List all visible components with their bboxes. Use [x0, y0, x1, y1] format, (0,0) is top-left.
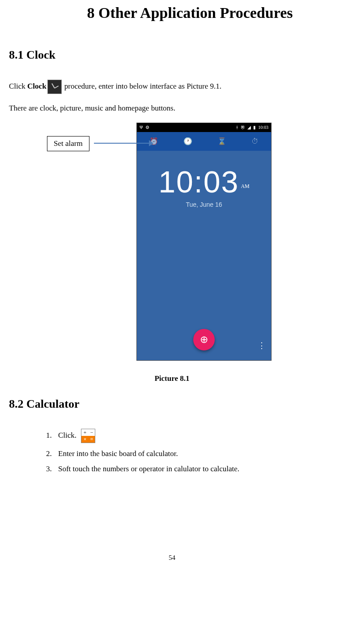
section-title-calculator: 8.2 Calculator [9, 397, 335, 411]
list-item: Soft touch the numbers or operator in ca… [54, 465, 335, 473]
calculator-app-icon: + − × = [81, 429, 95, 443]
callout-set-alarm: Set alarm [47, 136, 89, 151]
usb-icon: Ψ [140, 125, 143, 130]
callout-arrow-icon [149, 140, 153, 146]
tab-timer-icon[interactable]: ⌛ [217, 137, 226, 145]
overflow-menu-icon[interactable]: ⋮ [258, 341, 266, 350]
time-date: Tue, June 16 [137, 201, 271, 208]
status-time: 10:03 [258, 125, 268, 130]
figure-caption: Picture 8.1 [9, 373, 335, 384]
clock-intro-line2: There are clock, picture, music and home… [9, 103, 335, 114]
battery-icon: ▮ [253, 125, 256, 130]
clock-screenshot: Ψ ⚙ ᚼ ⛨ ◢ ▮ 10:03 ⏰ 🕐 ⌛ ⏱ 10:03AM Tue, J… [136, 123, 272, 361]
tab-clock-icon[interactable]: 🕐 [183, 137, 192, 145]
step-text: Click. [58, 431, 76, 439]
tab-stopwatch-icon[interactable]: ⏱ [251, 137, 259, 145]
time-display: 10:03AM Tue, June 16 [137, 164, 271, 208]
callout-connector [94, 143, 150, 144]
bluetooth-icon: ᚼ [236, 125, 238, 130]
world-clock-add-button[interactable]: ⊕ [193, 329, 215, 350]
shield-icon: ⛨ [241, 125, 245, 130]
calculator-steps: Click. + − × = Enter into the basic boar… [54, 429, 335, 473]
clock-intro-line1: Click Clock procedure, enter into below … [9, 80, 335, 94]
clock-bold-word: Clock [27, 82, 47, 90]
status-bar: Ψ ⚙ ᚼ ⛨ ◢ ▮ 10:03 [137, 123, 271, 132]
list-item: Enter into the basic board of calculator… [54, 449, 335, 458]
figure-clock: Set alarm Ψ ⚙ ᚼ ⛨ ◢ ▮ 10:03 ⏰ 🕐 ⌛ ⏱ 10:0… [9, 123, 335, 364]
page-number: 54 [9, 554, 335, 562]
time-main: 10:03 [158, 165, 239, 199]
signal-icon: ◢ [247, 125, 251, 130]
time-ampm: AM [241, 183, 249, 189]
clock-tabs: ⏰ 🕐 ⌛ ⏱ [137, 132, 271, 151]
list-item: Click. + − × = [54, 429, 335, 443]
chapter-title: 8 Other Application Procedures [45, 4, 335, 21]
debug-icon: ⚙ [145, 125, 149, 130]
clock-app-icon [47, 80, 62, 94]
text-fragment: procedure, enter into below interface as… [63, 82, 221, 90]
text-fragment: Click [9, 82, 27, 90]
section-title-clock: 8.1 Clock [9, 48, 335, 62]
